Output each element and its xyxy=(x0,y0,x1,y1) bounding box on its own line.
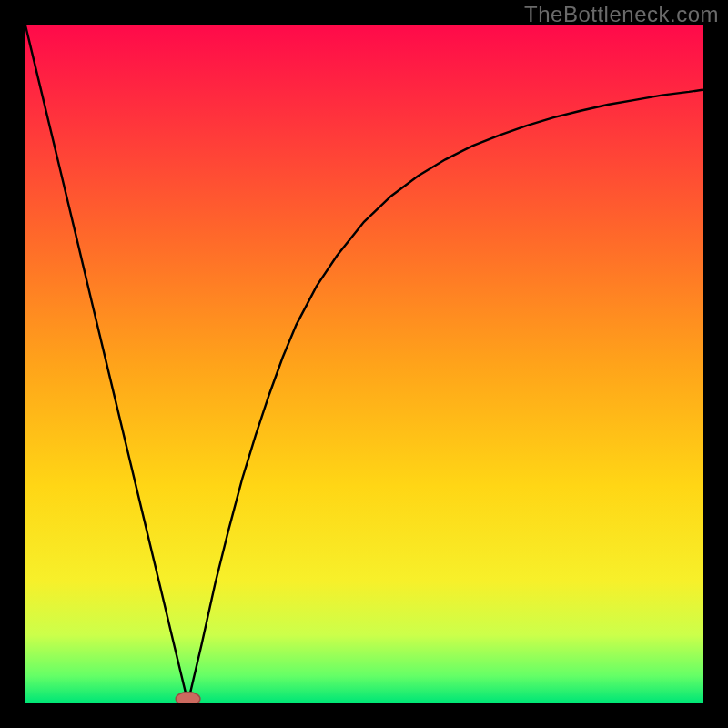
svg-point-1 xyxy=(176,693,200,703)
chart-frame: TheBottleneck.com xyxy=(0,0,728,728)
min-marker xyxy=(25,25,703,703)
watermark-text: TheBottleneck.com xyxy=(524,2,719,27)
plot-area xyxy=(25,25,703,703)
